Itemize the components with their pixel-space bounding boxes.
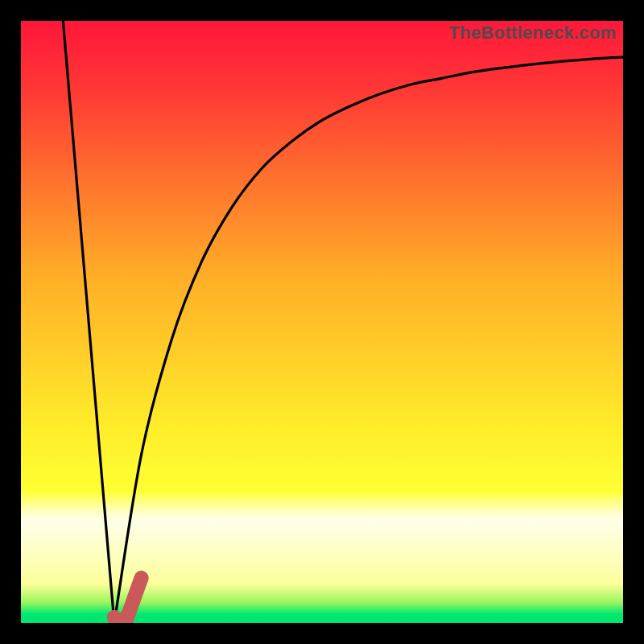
plot-svg: [21, 21, 623, 623]
plot-area: TheBottleneck.com: [21, 21, 623, 623]
watermark-text: TheBottleneck.com: [449, 23, 617, 43]
gradient-background: [21, 21, 623, 623]
chart-frame: TheBottleneck.com: [0, 0, 644, 644]
